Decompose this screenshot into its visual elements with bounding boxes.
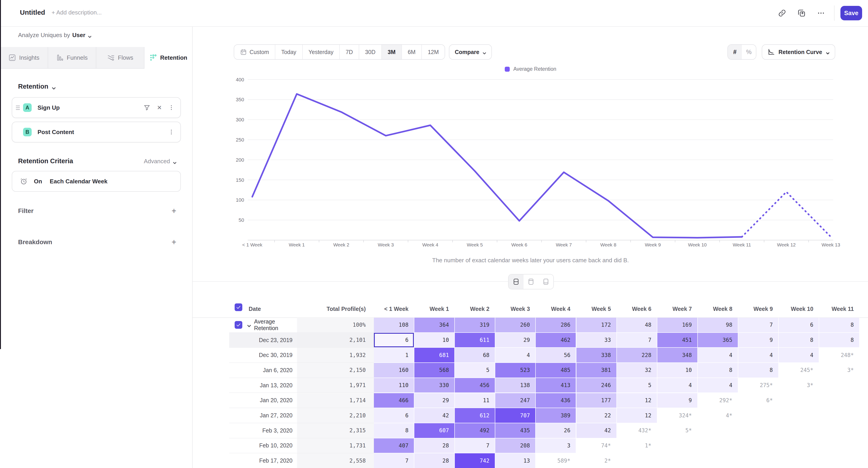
table-cell[interactable]: 12 (617, 408, 657, 423)
table-cell[interactable]: 260 (495, 318, 536, 333)
table-cell-empty[interactable] (819, 453, 860, 468)
chart-only-view-button[interactable] (524, 275, 538, 289)
column-header-week[interactable]: Week 9 (738, 306, 773, 312)
save-button[interactable]: Save (840, 6, 862, 20)
table-row-date[interactable]: Feb 17, 2020 (229, 453, 297, 468)
table-cell[interactable]: 389 (536, 408, 576, 423)
table-cell[interactable]: 436 (536, 393, 576, 408)
table-cell[interactable]: 138 (495, 378, 536, 393)
more-icon[interactable] (815, 7, 827, 20)
add-description[interactable]: + Add description... (52, 9, 102, 16)
table-cell[interactable]: 56 (536, 348, 576, 363)
table-cell-empty[interactable] (738, 438, 779, 454)
table-cell[interactable]: 612 (455, 408, 495, 423)
table-cell[interactable]: 1* (617, 438, 657, 454)
table-cell[interactable]: 208 (495, 438, 536, 454)
kebab-icon[interactable] (168, 104, 175, 111)
table-cell[interactable]: 338 (577, 348, 617, 363)
table-cell[interactable]: 6 (374, 333, 414, 348)
tab-funnels[interactable]: Funnels (48, 47, 96, 69)
table-cell-empty[interactable] (657, 438, 698, 454)
table-cell[interactable]: 462 (536, 333, 576, 348)
table-cell-empty[interactable] (819, 423, 860, 438)
kebab-icon[interactable] (168, 128, 175, 136)
table-cell[interactable]: 9 (657, 393, 698, 408)
table-cell-empty[interactable] (698, 438, 738, 454)
column-header-week[interactable]: Week 6 (617, 306, 651, 312)
column-header-week[interactable]: Week 7 (657, 306, 692, 312)
table-cell[interactable]: 169 (657, 318, 698, 333)
table-cell[interactable]: 8 (779, 333, 819, 348)
table-row-date[interactable]: Jan 20, 2020 (229, 393, 297, 408)
event-card-post-content[interactable]: B Post Content (12, 122, 181, 143)
table-cell[interactable]: 324* (657, 408, 698, 423)
link-icon[interactable] (776, 7, 788, 20)
table-cell[interactable]: 6 (374, 408, 414, 423)
table-cell-empty[interactable] (617, 453, 657, 468)
table-row-date[interactable]: Jan 6, 2020 (229, 363, 297, 378)
table-cell-empty[interactable] (657, 453, 698, 468)
table-cell[interactable]: 435 (495, 423, 536, 438)
table-cell[interactable]: 7 (617, 333, 657, 348)
table-cell[interactable]: 8 (819, 333, 860, 348)
table-cell[interactable]: 607 (414, 423, 455, 438)
table-cell-empty[interactable] (779, 438, 819, 454)
table-cell-empty[interactable] (819, 408, 860, 423)
table-cell[interactable]: 7 (738, 318, 779, 333)
table-cell-empty[interactable] (779, 408, 819, 423)
table-cell[interactable]: 12 (617, 393, 657, 408)
table-cell[interactable]: 3* (819, 363, 860, 378)
tab-retention[interactable]: Retention (145, 47, 192, 69)
table-cell[interactable]: 8 (374, 423, 414, 438)
checkbox-checked[interactable] (235, 304, 242, 311)
table-cell-empty[interactable] (738, 453, 779, 468)
table-cell[interactable]: 4* (698, 408, 738, 423)
table-cell[interactable]: 29 (414, 393, 455, 408)
table-cell[interactable]: 5 (455, 363, 495, 378)
table-cell-empty[interactable] (738, 408, 779, 423)
column-header-date[interactable]: Date (249, 306, 261, 312)
table-row-date[interactable]: Feb 10, 2020 (229, 438, 297, 454)
table-cell[interactable]: 365 (698, 333, 738, 348)
table-cell[interactable]: 413 (536, 378, 576, 393)
table-cell[interactable]: 407 (374, 438, 414, 454)
table-cell[interactable]: 4 (657, 378, 698, 393)
table-cell[interactable]: 11 (455, 393, 495, 408)
table-cell[interactable]: 108 (374, 318, 414, 333)
table-cell[interactable]: 348 (657, 348, 698, 363)
table-cell[interactable]: 568 (414, 363, 455, 378)
table-cell[interactable]: 248* (819, 348, 860, 363)
table-cell[interactable]: 275* (738, 378, 779, 393)
column-header-week[interactable]: < 1 Week (374, 306, 408, 312)
column-header-week[interactable]: Week 2 (455, 306, 489, 312)
table-cell-empty[interactable] (779, 393, 819, 408)
table-cell[interactable]: 10 (414, 333, 455, 348)
table-cell[interactable]: 381 (577, 363, 617, 378)
add-breakdown-button[interactable]: + (172, 238, 176, 247)
table-cell[interactable]: 6 (779, 318, 819, 333)
retention-criteria-card[interactable]: On Each Calendar Week (12, 171, 181, 192)
table-cell[interactable]: 5* (657, 423, 698, 438)
event-card-sign-up[interactable]: A Sign Up ✕ (12, 97, 181, 118)
table-cell-empty[interactable] (819, 378, 860, 393)
column-header-week[interactable]: Week 11 (819, 306, 854, 312)
table-cell-empty[interactable] (819, 438, 860, 454)
table-cell[interactable]: 466 (374, 393, 414, 408)
retention-curve-chart[interactable]: 40035030025020015010050< 1 WeekWeek 1Wee… (193, 26, 868, 268)
column-header-week[interactable]: Week 3 (495, 306, 530, 312)
table-row-date[interactable]: Feb 3, 2020 (229, 423, 297, 438)
table-cell[interactable]: 13 (495, 453, 536, 468)
table-cell[interactable]: 286 (536, 318, 576, 333)
table-cell[interactable]: 523 (495, 363, 536, 378)
table-row-date[interactable]: Jan 27, 2020 (229, 408, 297, 423)
table-cell-empty[interactable] (738, 423, 779, 438)
table-cell[interactable]: 48 (617, 318, 657, 333)
table-cell[interactable]: 589* (536, 453, 576, 468)
table-cell[interactable]: 1 (374, 348, 414, 363)
table-cell[interactable]: 4 (495, 348, 536, 363)
table-cell[interactable]: 172 (577, 318, 617, 333)
table-cell[interactable]: 456 (455, 378, 495, 393)
table-cell[interactable]: 29 (495, 333, 536, 348)
column-header-week[interactable]: Week 5 (577, 306, 611, 312)
table-row-date[interactable]: Dec 23, 2019 (229, 333, 297, 348)
